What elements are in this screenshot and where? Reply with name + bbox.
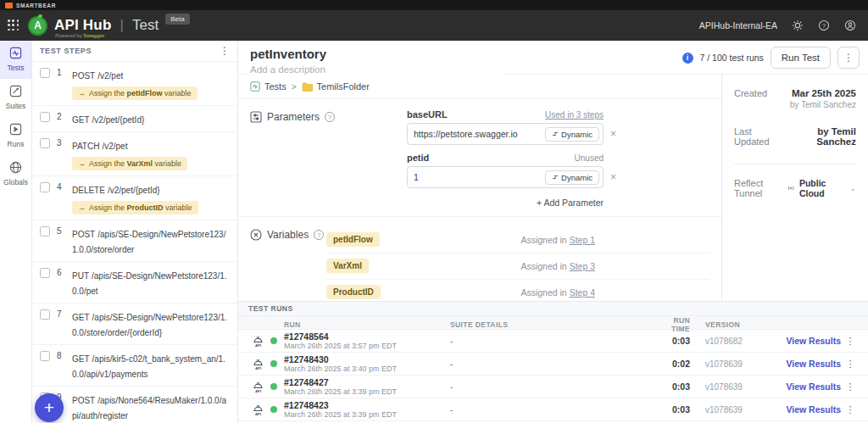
test-step-row[interactable]: 5 POST/apis/SE-Design/NewPetstore123/1.0… [32,220,237,262]
step-checkbox[interactable] [40,226,50,237]
view-results-link[interactable]: View Results [756,381,841,392]
variable-row: petIdFlow Assigned in Step 1 [326,227,709,253]
step-request: PUT/apis/SE-Design/NewPetstore123/1.0.0/… [72,271,227,296]
plus-icon: + [44,398,54,418]
test-run-row[interactable]: API #12748430 March 26th 2025 at 3:40 pm… [238,353,868,376]
user-avatar-icon[interactable] [843,19,856,32]
step-request: POST/v2/pet [72,71,123,81]
run-menu-icon[interactable]: ⋮ [841,359,860,370]
variable-assigned: Assigned in Step 4 [520,287,595,298]
gear-icon[interactable] [791,19,804,32]
close-icon[interactable]: × [610,172,616,182]
status-dot [270,337,277,344]
assign-variable-badge: → Assign the ProductID variable [72,201,198,214]
run-time: 0:03 [656,381,697,392]
step-checkbox[interactable] [40,112,50,122]
left-nav-rail: Tests Suites Runs Globals [0,41,32,423]
updated-by: by Temil Sanchez [784,126,857,147]
app-header: A API Hub Powered by Swagger | Test Beta… [0,10,868,41]
sidebar-item-globals[interactable]: Globals [0,155,31,193]
step-number: 4 [57,181,69,192]
dynamic-toggle-button[interactable]: Dynamic [545,127,599,142]
org-name[interactable]: APIHub-Internal-EA [699,20,777,31]
tunnel-selector[interactable]: Public Cloud ⌄ [787,178,856,198]
test-steps-title: TEST STEPS [40,47,92,55]
run-menu-icon[interactable]: ⋮ [841,336,860,347]
step-checkbox[interactable] [40,309,50,320]
sidebar-item-label: Suites [6,102,26,110]
status-dot [270,406,277,413]
api-run-icon: API [245,404,270,416]
run-id: #12748423 [284,400,450,410]
test-step-row[interactable]: 4 DELETE/v2/pet/{petId} → Assign the Pro… [32,176,237,220]
view-results-link[interactable]: View Results [756,336,841,346]
step-checkbox[interactable] [40,351,50,361]
add-parameter-button[interactable]: + Add Parameter [407,196,604,208]
step-request: POST/apis/None564/ResuMaker/1.0.0/api/au… [72,396,226,420]
test-steps-menu-icon[interactable]: ⋮ [220,46,230,56]
breadcrumb-tests[interactable]: Tests [250,81,287,92]
test-step-row[interactable]: 6 PUT/apis/SE-Design/NewPetstore123/1.0.… [32,262,237,303]
step-link[interactable]: Step 4 [570,287,595,298]
apps-grid-icon[interactable] [8,19,19,31]
step-link[interactable]: Step 1 [570,235,595,245]
status-dot [270,360,277,367]
parameter-value-input[interactable]: https://petstore.swagger.io [414,129,545,139]
parameters-help-icon[interactable]: ? [325,112,335,122]
folder-icon [302,82,313,92]
step-checkbox[interactable] [40,268,50,278]
swagger-brand: Swagger [83,33,104,38]
test-run-row[interactable]: API #12748564 March 26th 2025 at 3:57 pm… [238,330,868,353]
close-icon[interactable]: × [610,129,616,139]
parameter-usage: Unused [575,153,604,163]
run-menu-icon[interactable]: ⋮ [841,404,860,415]
step-request: GET/apis/SE-Design/NewPetstore123/1.0.0/… [72,313,227,337]
svg-text:?: ? [822,23,826,29]
step-link[interactable]: Step 3 [570,261,595,271]
svg-text:API: API [254,411,260,415]
test-step-row[interactable]: 7 GET/apis/SE-Design/NewPetstore123/1.0.… [32,303,237,345]
parameter-input-wrap: https://petstore.swagger.io Dynamic × [407,123,604,145]
kebab-icon: ⋮ [843,52,854,64]
svg-text:API: API [254,365,260,370]
parameter-value-input[interactable]: 1 [414,172,545,182]
test-run-row[interactable]: API #12748423 March 26th 2025 at 3:39 pm… [238,398,868,421]
sidebar-item-suites[interactable]: Suites [0,79,31,117]
add-step-button[interactable]: + [35,393,64,422]
test-actions-menu-button[interactable]: ⋮ [837,47,860,69]
test-step-row[interactable]: 8 GET/apis/kir5-c02/t_bank_system_an/1.0… [32,345,237,387]
test-step-row[interactable]: 1 POST/v2/pet → Assign the petIdFlow var… [32,62,237,106]
step-checkbox[interactable] [40,138,50,148]
run-date: March 26th 2025 at 3:39 pm EDT [284,410,450,420]
sidebar-item-runs[interactable]: Runs [0,117,31,155]
description-input[interactable] [250,64,504,75]
test-step-row[interactable]: 3 PATCH/v2/pet → Assign the VarXml varia… [32,132,237,176]
main-panel: petInventory i 7 / 100 test runs Run Tes… [238,41,868,423]
variables-help-icon[interactable]: ? [314,230,324,240]
step-number: 6 [57,267,69,277]
apihub-logo-icon[interactable]: A [28,16,47,36]
arrow-icon: → [78,89,86,97]
test-step-row[interactable]: 2 GET/v2/pet/{petId} [32,106,237,132]
run-time: 0:02 [656,359,697,369]
test-runs-title: TEST RUNS [238,302,868,316]
tests-icon [9,47,22,61]
test-run-row[interactable]: API #12748427 March 26th 2025 at 3:39 pm… [238,376,868,398]
variable-badge: VarXml [326,259,369,273]
step-checkbox[interactable] [40,182,50,192]
smartbear-topbar: SMARTBEAR [0,0,868,10]
breadcrumb-folder[interactable]: TemilsFolder [302,81,370,92]
dynamic-toggle-button[interactable]: Dynamic [545,170,599,185]
sidebar-item-tests[interactable]: Tests [0,41,31,79]
created-label: Created [734,88,767,109]
run-menu-icon[interactable]: ⋮ [841,381,860,392]
help-icon[interactable]: ? [817,19,830,32]
run-suite-details: - [450,337,656,346]
view-results-link[interactable]: View Results [756,404,841,415]
step-checkbox[interactable] [40,68,50,78]
run-test-button[interactable]: Run Test [771,47,831,69]
api-run-icon: API [245,381,270,393]
run-id: #12748564 [284,331,450,342]
col-run: RUN [284,320,450,329]
view-results-link[interactable]: View Results [756,359,841,369]
